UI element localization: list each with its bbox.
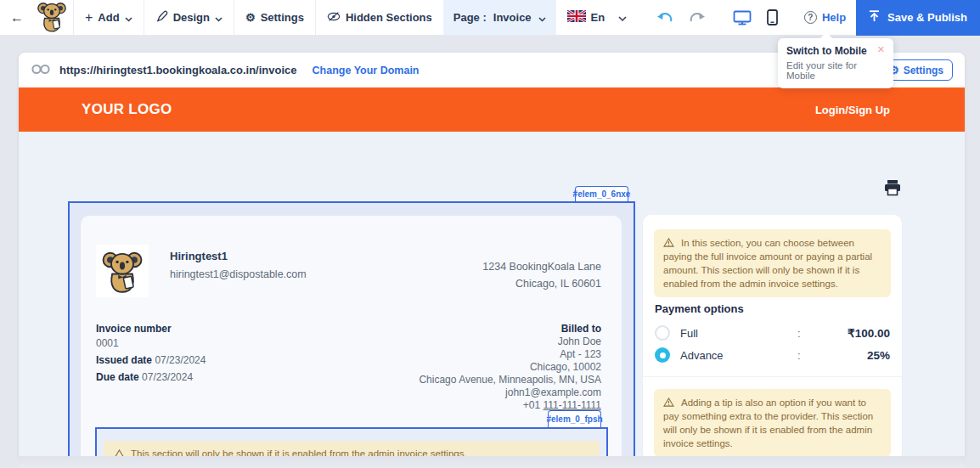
site-header: YOUR LOGO Login/Sign Up [19,87,965,132]
hidden-sections-label: Hidden Sections [346,11,432,24]
company-address-line2: Chicago, IL 60601 [482,275,601,292]
payment-option-label: Advance [680,349,724,362]
due-date-value: 07/23/2024 [142,371,193,383]
issued-date-value: 07/23/2024 [155,354,206,366]
company-address-line1: 1234 BookingKoala Lane [482,258,601,275]
billed-to-address-line: Chicago, 10002 [419,361,601,374]
link-icon [31,63,51,78]
add-menu-label: Add [98,11,119,24]
close-icon[interactable]: ✕ [877,45,885,54]
settings-menu-button[interactable]: ⚙ Settings [234,0,315,35]
invoice-number-value: 0001 [96,337,206,349]
help-label: Help [822,11,846,24]
redo-button[interactable] [681,11,713,24]
tooltip-subtitle: Edit your site for Mobile [786,60,885,81]
element-id-tag[interactable]: #elem_0_6nxe [575,186,628,201]
publish-upload-icon [869,10,880,25]
colon-separator: : [797,349,801,362]
undo-button[interactable] [649,11,681,24]
warning-icon [663,398,674,407]
gear-icon: ⚙ [245,12,256,23]
billed-to-block: Billed to John Doe Apt - 123 Chicago, 10… [419,323,601,412]
clipped-notice-bar: This section will only be shown if it is… [104,441,600,456]
toolbar-left-group: ← [0,0,638,35]
element-id-tag[interactable]: #elem_0_fpsh [548,410,601,427]
payment-option-value: 25% [867,349,890,362]
eye-off-icon [327,11,341,25]
company-name: Hiringtest1 [170,250,228,262]
page-select-label: Page : [453,11,487,24]
toolbar-right-group: ? Help Save & Publish [649,0,980,35]
plus-icon: + [85,10,93,25]
koala-logo-icon [102,249,143,293]
site-preview-panel: https://hiringtest1.bookingkoala.co.in/i… [19,53,965,456]
payment-option-value: ₹100.00 [848,326,890,340]
panel-bottom-edge [19,456,965,468]
tooltip-title: Switch to Mobile [786,45,867,57]
save-publish-label: Save & Publish [887,11,967,24]
uk-flag-icon [567,10,586,25]
language-select-value: En [591,11,605,24]
payment-option-advance: Advance : 25% [655,344,890,366]
settings-menu-label: Settings [261,11,304,24]
language-select[interactable]: En [556,0,639,35]
company-address: 1234 BookingKoala Lane Chicago, IL 60601 [482,258,601,292]
section-divider [643,376,902,377]
invoice-meta: Invoice number 0001 Issued date 07/23/20… [96,323,206,383]
mobile-view-button[interactable] [759,9,786,25]
login-signup-link[interactable]: Login/Sign Up [815,104,890,116]
page-settings-label: Settings [904,65,943,76]
design-menu-label: Design [173,11,210,24]
payment-options-card: In this section, you can choose between … [643,215,902,456]
payment-info-text: In this section, you can choose between … [663,238,872,289]
pencil-icon [155,10,168,25]
tip-info-notice: Adding a tip is also an option if you wa… [654,389,891,456]
site-logo-text[interactable]: YOUR LOGO [82,101,172,118]
help-button[interactable]: ? Help [794,11,856,24]
invoice-card: Hiringtest1 hiringtest1@dispostable.com … [81,216,622,456]
desktop-view-button[interactable] [725,10,759,25]
billed-to-address-line: Apt - 123 [419,348,601,361]
switch-to-mobile-tooltip: Switch to Mobile ✕ Edit your site for Mo… [778,38,893,88]
issued-date-label: Issued date [96,354,152,366]
brand-logo[interactable] [31,0,73,36]
tip-info-text: Adding a tip is also an option if you wa… [663,398,873,448]
warning-icon [663,238,674,247]
design-menu-button[interactable]: Design [144,0,234,35]
back-button[interactable]: ← [0,10,31,25]
chevron-down-icon [618,12,627,25]
question-circle-icon: ? [804,11,817,24]
page-select[interactable]: Page : Invoice [443,0,556,35]
hidden-sections-button[interactable]: Hidden Sections [316,0,443,35]
radio-full[interactable] [655,325,670,341]
phone-link[interactable]: 111-111-1111 [544,399,602,411]
radio-advance[interactable] [655,347,670,363]
print-button[interactable] [884,179,901,200]
billed-to-label: Billed to [419,323,601,335]
payment-info-notice: In this section, you can choose between … [654,229,891,297]
due-date-label: Due date [96,371,139,383]
save-publish-button[interactable]: Save & Publish [856,0,980,36]
invoice-number-label: Invoice number [96,323,206,335]
billed-to-address-line: Chicago Avenue, Minneapolis, MN, USA [419,374,601,386]
colon-separator: : [797,327,801,340]
invoice-page-preview: #elem_0_6nxe [19,132,965,456]
billed-to-email: john1@example.com [419,386,601,399]
koala-logo-icon [37,0,66,36]
change-domain-link[interactable]: Change Your Domain [313,65,420,76]
clipped-notice-text: This section will only be shown if it is… [131,448,467,456]
chevron-down-icon [125,12,132,25]
payment-options-heading: Payment options [655,302,744,315]
add-menu-button[interactable]: + Add [74,0,144,35]
invoice-company-logo [96,245,149,297]
payment-option-label: Full [680,327,698,340]
billed-to-name: John Doe [419,335,601,348]
app-window: ← [0,0,980,468]
payment-option-full: Full : ₹100.00 [655,322,890,344]
selected-notice-element[interactable]: This section will only be shown if it is… [95,427,608,456]
company-email: hiringtest1@dispostable.com [170,268,307,280]
site-url-text: https://hiringtest1.bookingkoala.co.in/i… [59,64,297,76]
page-select-value: Invoice [493,11,532,24]
chevron-down-icon [538,12,546,25]
editor-toolbar: ← [0,0,980,36]
